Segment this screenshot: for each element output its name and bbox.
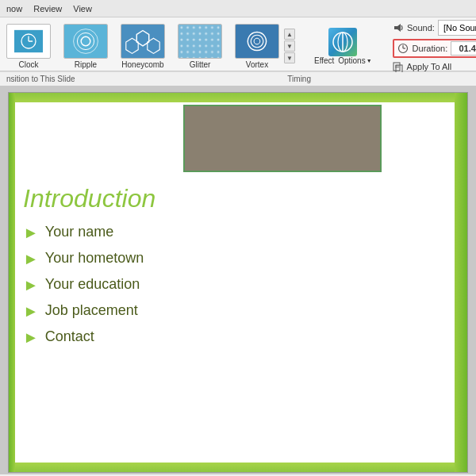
slide-image-placeholder: [183, 105, 382, 172]
clock-label: Clock: [18, 60, 38, 69]
effect-options-button[interactable]: Effect Options ▼: [309, 25, 377, 67]
svg-marker-19: [394, 24, 401, 32]
list-item: ► Your education: [23, 276, 144, 293]
honeycomb-transition-icon: [121, 24, 165, 59]
scroll-more-arrow[interactable]: ▼: [284, 52, 295, 63]
slide-border-top: [9, 93, 467, 102]
ripple-label: Ripple: [75, 60, 97, 69]
duration-icon: [397, 42, 409, 55]
sound-label: Sound:: [407, 23, 435, 33]
effect-options-group: Effect Options ▼: [309, 25, 377, 67]
sound-select[interactable]: [No Sound]: [438, 20, 476, 36]
slide-border-bottom: [9, 463, 467, 472]
effect-options-chevron: ▼: [367, 58, 372, 63]
honeycomb-label: Honeycomb: [121, 60, 163, 69]
transition-items-group: Clock Ripple: [2, 22, 284, 71]
apply-all-label: Apply To All: [407, 62, 452, 71]
effect-options-icon: [328, 28, 357, 56]
apply-all-icon: [393, 61, 404, 72]
duration-input[interactable]: [451, 41, 476, 56]
list-item: ► Contact: [23, 328, 144, 345]
sound-row: Sound: [No Sound] ▼: [393, 20, 476, 36]
scroll-up-arrow[interactable]: ▲: [284, 29, 295, 40]
ripple-transition-icon: [63, 24, 108, 59]
vortex-label: Vortex: [246, 60, 268, 69]
bullet-arrow-4: ►: [23, 303, 39, 319]
ribbon-buttons-row: Clock Ripple: [0, 17, 476, 71]
effect-label-row: Effect Options ▼: [314, 56, 372, 65]
bullet-arrow-2: ►: [23, 251, 39, 267]
sound-icon: [393, 21, 404, 34]
vortex-transition-icon: [235, 24, 279, 59]
duration-label: Duration:: [413, 44, 448, 53]
list-item: ► Your name: [23, 224, 144, 240]
menu-item-review[interactable]: Review: [33, 4, 62, 13]
slide-area: Introduction ► Your name ► Your hometown…: [0, 86, 476, 474]
list-item: ► Your hometown: [23, 250, 144, 267]
ribbon-menu-bar: now Review View: [0, 0, 476, 17]
svg-rect-23: [393, 63, 400, 71]
transition-section-label: nsition to This Slide: [6, 75, 75, 83]
transition-item-honeycomb[interactable]: Honeycomb: [116, 22, 170, 71]
slide-container: Introduction ► Your name ► Your hometown…: [8, 92, 468, 473]
transition-item-clock[interactable]: Clock: [2, 22, 56, 71]
sound-duration-panel: Sound: [No Sound] ▼ Duration:: [393, 20, 476, 72]
transition-item-vortex[interactable]: Vortex: [230, 22, 284, 71]
ribbon: now Review View Clock: [0, 0, 476, 71]
clock-transition-icon: [6, 24, 51, 59]
slide-bullet-list: ► Your name ► Your hometown ► Your educa…: [23, 224, 144, 355]
bullet-arrow-1: ►: [23, 225, 39, 240]
apply-to-all-row[interactable]: Apply To All: [393, 61, 476, 72]
scroll-down-arrow[interactable]: ▼: [284, 40, 295, 52]
ribbon-label-bar: nsition to This Slide Timing: [0, 71, 476, 86]
menu-item-view[interactable]: View: [73, 4, 92, 13]
bullet-arrow-3: ►: [23, 277, 39, 293]
menu-item-now[interactable]: now: [6, 4, 22, 13]
scroll-arrows: ▲ ▼ ▼: [284, 29, 295, 63]
effect-options-sublabel: Options: [338, 56, 365, 65]
slide-border-right: [455, 93, 467, 472]
svg-rect-4: [64, 24, 107, 57]
bullet-arrow-5: ►: [23, 329, 39, 345]
transition-item-ripple[interactable]: Ripple: [59, 22, 113, 71]
glitter-transition-icon: [178, 24, 222, 59]
slide-border-left: [9, 93, 15, 472]
duration-row: Duration: ▲ ▼: [393, 39, 476, 58]
slide-title: Introduction: [23, 184, 155, 213]
list-item-label-1: Your name: [45, 224, 113, 240]
list-item-label-2: Your hometown: [45, 250, 144, 267]
transition-item-glitter[interactable]: Glitter: [173, 22, 227, 71]
svg-rect-15: [236, 24, 278, 57]
list-item-label-3: Your education: [45, 276, 140, 293]
list-item-label-4: Job placement: [45, 302, 138, 319]
effect-options-label: Effect: [314, 56, 334, 65]
list-item: ► Job placement: [23, 302, 144, 319]
list-item-label-5: Contact: [45, 328, 94, 345]
glitter-label: Glitter: [190, 60, 211, 69]
timing-label: Timing: [287, 75, 311, 83]
svg-rect-13: [178, 24, 221, 57]
